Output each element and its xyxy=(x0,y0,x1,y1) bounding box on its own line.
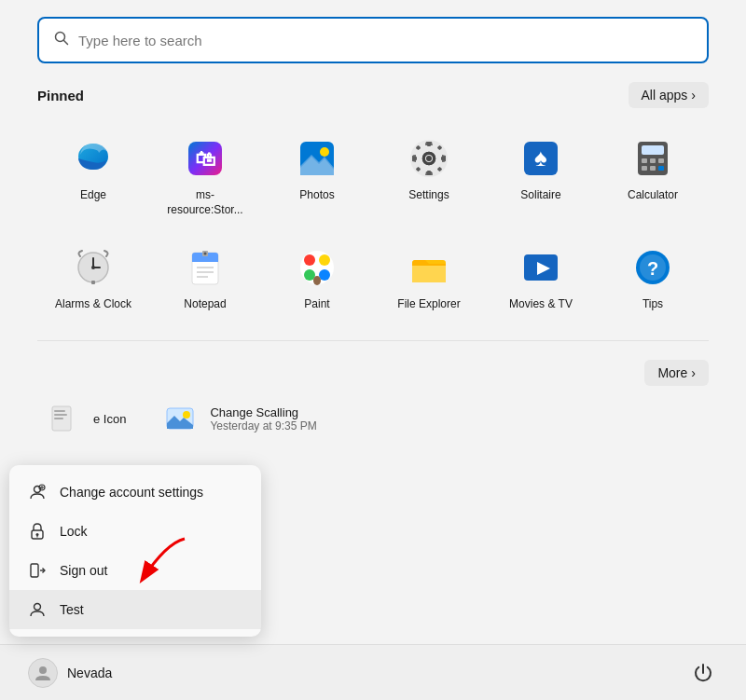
svg-line-1 xyxy=(64,41,68,45)
app-grid: Edge 🛍 ms-resource:Stor... xyxy=(37,125,709,322)
chevron-right-icon: › xyxy=(691,365,696,380)
app-item-edge[interactable]: Edge xyxy=(37,125,149,226)
alarms-icon xyxy=(69,243,117,292)
app-label-photos: Photos xyxy=(299,188,334,203)
svg-rect-40 xyxy=(192,258,218,262)
svg-rect-55 xyxy=(412,264,446,266)
search-input[interactable] xyxy=(78,33,692,48)
svg-rect-14 xyxy=(427,171,431,175)
svg-point-47 xyxy=(304,254,315,266)
calculator-icon xyxy=(629,134,677,183)
rec-item-icon-text: e Icon xyxy=(93,412,126,426)
person-icon xyxy=(28,600,47,619)
svg-rect-75 xyxy=(31,564,38,577)
app-item-calculator[interactable]: Calculator xyxy=(597,125,709,226)
all-apps-label: All apps xyxy=(642,88,688,103)
app-label-notepad: Notepad xyxy=(184,297,226,312)
svg-rect-64 xyxy=(54,418,63,419)
svg-rect-29 xyxy=(658,158,664,163)
app-item-movies[interactable]: Movies & TV xyxy=(485,234,597,322)
pinned-title: Pinned xyxy=(37,88,84,103)
menu-item-change-account[interactable]: Change account settings xyxy=(9,473,261,512)
search-bar[interactable] xyxy=(37,17,709,63)
svg-rect-37 xyxy=(91,281,95,284)
main-content: Pinned All apps › xyxy=(0,63,746,444)
app-item-store[interactable]: 🛍 ms-resource:Stor... xyxy=(149,125,261,226)
menu-label-sign-out: Sign out xyxy=(60,563,107,578)
menu-label-test: Test xyxy=(60,602,84,617)
svg-rect-31 xyxy=(650,166,656,171)
app-item-tips[interactable]: ? Tips xyxy=(597,234,709,322)
svg-rect-54 xyxy=(412,264,446,282)
svg-rect-16 xyxy=(441,157,446,160)
rec-item-scalling-text: Change Scalling Yesterday at 9:35 PM xyxy=(210,405,316,432)
file-icon xyxy=(47,403,80,436)
app-label-calculator: Calculator xyxy=(628,188,678,203)
svg-point-7 xyxy=(320,147,329,157)
search-icon xyxy=(54,31,69,49)
app-label-solitaire: Solitaire xyxy=(520,188,560,203)
rec-item-scalling[interactable]: Change Scalling Yesterday at 9:35 PM xyxy=(154,395,325,444)
app-item-photos[interactable]: Photos xyxy=(261,125,373,226)
more-label: More xyxy=(657,365,687,380)
power-button[interactable] xyxy=(688,658,718,688)
photos-icon xyxy=(293,134,341,183)
user-name: Nevada xyxy=(67,666,112,680)
menu-label-lock: Lock xyxy=(60,524,88,539)
user-avatar xyxy=(28,658,58,688)
sign-out-icon xyxy=(28,561,47,580)
menu-item-sign-out[interactable]: Sign out xyxy=(9,551,261,590)
explorer-icon xyxy=(405,243,453,292)
svg-point-50 xyxy=(319,269,330,281)
all-apps-button[interactable]: All apps › xyxy=(629,82,709,108)
svg-point-79 xyxy=(39,666,47,674)
menu-item-lock[interactable]: Lock xyxy=(9,512,261,551)
app-label-settings: Settings xyxy=(408,188,449,203)
app-item-alarms[interactable]: Alarms & Clock xyxy=(37,234,149,322)
more-button-row: More › xyxy=(37,360,709,386)
more-button[interactable]: More › xyxy=(644,360,709,386)
app-label-tips: Tips xyxy=(642,297,663,312)
movies-icon xyxy=(517,243,565,292)
user-info[interactable]: Nevada xyxy=(28,658,112,688)
svg-point-49 xyxy=(304,269,315,281)
rec-name-scalling: Change Scalling xyxy=(210,405,316,419)
rec-sub-scalling: Yesterday at 9:35 PM xyxy=(210,419,316,432)
app-label-movies: Movies & TV xyxy=(509,297,573,312)
app-item-explorer[interactable]: File Explorer xyxy=(373,234,485,322)
paint-icon xyxy=(293,243,341,292)
app-label-paint: Paint xyxy=(304,297,329,312)
app-item-paint[interactable]: Paint xyxy=(261,234,373,322)
pinned-header: Pinned All apps › xyxy=(37,82,709,108)
rec-item-icon[interactable]: e Icon xyxy=(37,395,135,444)
chevron-right-icon: › xyxy=(691,88,696,103)
app-item-solitaire[interactable]: ♠ Solitaire xyxy=(485,125,597,226)
app-label-edge: Edge xyxy=(80,188,106,203)
svg-point-67 xyxy=(183,411,190,419)
section-divider xyxy=(37,340,709,341)
recommended-section: More › e Icon xyxy=(37,350,709,444)
tips-icon: ? xyxy=(629,243,677,292)
svg-rect-32 xyxy=(658,166,664,171)
svg-text:♠: ♠ xyxy=(534,144,547,172)
app-item-notepad[interactable]: Notepad xyxy=(149,234,261,322)
settings-icon xyxy=(405,134,453,183)
svg-rect-27 xyxy=(642,158,647,163)
svg-rect-30 xyxy=(642,166,647,171)
svg-point-45 xyxy=(204,253,207,255)
menu-item-test[interactable]: Test xyxy=(9,590,261,629)
menu-label-change-account: Change account settings xyxy=(60,485,203,500)
svg-text:?: ? xyxy=(647,258,658,279)
svg-rect-63 xyxy=(54,414,67,416)
person-settings-icon xyxy=(28,483,47,501)
taskbar: Nevada xyxy=(0,644,746,700)
svg-rect-13 xyxy=(427,142,431,146)
solitaire-icon: ♠ xyxy=(517,134,565,183)
svg-rect-62 xyxy=(54,410,65,412)
svg-point-77 xyxy=(35,604,41,611)
app-item-settings[interactable]: Settings xyxy=(373,125,485,226)
svg-rect-26 xyxy=(642,145,664,155)
lock-icon xyxy=(28,522,47,541)
edge-icon xyxy=(69,134,117,183)
app-label-explorer: File Explorer xyxy=(397,297,460,312)
